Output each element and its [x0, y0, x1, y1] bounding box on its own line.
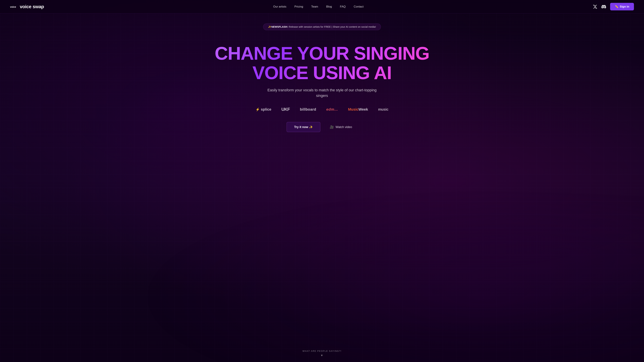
- newsflash-message: Release with session artists for FREE | …: [289, 25, 376, 28]
- nav-right: ✏️ Sign in: [593, 3, 634, 10]
- logo-music-last: music: [378, 107, 388, 112]
- nav-contact[interactable]: Contact: [354, 5, 364, 8]
- logo-edm: edm...: [326, 107, 338, 112]
- watch-label: Watch video: [336, 125, 352, 129]
- splice-text: splice: [261, 107, 271, 112]
- discord-icon[interactable]: [602, 4, 606, 9]
- chevron-down-icon: ▼: [320, 354, 324, 357]
- hero-heading-line1: CHANGE YOUR SINGING: [215, 43, 429, 63]
- nav-pricing[interactable]: Pricing: [294, 5, 303, 8]
- logo-icon: voice: [10, 4, 18, 9]
- nav-blog[interactable]: Blog: [326, 5, 332, 8]
- nav-team[interactable]: Team: [311, 5, 318, 8]
- cta-buttons: Try it now ✨ 🎥 Watch video: [286, 122, 358, 132]
- try-it-now-button[interactable]: Try it now ✨: [286, 122, 320, 132]
- hero-heading: CHANGE YOUR SINGING VOICE USING AI: [215, 43, 429, 82]
- logo-text: voice swap: [20, 4, 44, 9]
- bottom-label: WHAT ARE PEOPLE SAYING?!: [302, 350, 342, 352]
- watch-video-button[interactable]: 🎥 Watch video: [324, 122, 358, 132]
- logo-billboard: billboard: [300, 107, 316, 112]
- svg-text:voice: voice: [10, 5, 16, 8]
- logo-ukf: UKF: [282, 107, 290, 112]
- x-twitter-icon[interactable]: [593, 4, 598, 9]
- splice-icon: ⚡: [256, 107, 260, 111]
- bottom-cta: WHAT ARE PEOPLE SAYING?! ▼: [302, 350, 342, 357]
- logo-bar: ⚡ splice UKF billboard edm... MusicWeek …: [256, 107, 388, 112]
- video-icon: 🎥: [330, 125, 334, 129]
- sign-in-icon: ✏️: [615, 5, 618, 8]
- nav-links: Our artists Pricing Team Blog FAQ Contac…: [273, 5, 364, 8]
- music-text: Music: [348, 107, 358, 111]
- sign-in-button[interactable]: ✏️ Sign in: [610, 3, 634, 10]
- logo[interactable]: voice voice swap: [10, 4, 44, 9]
- main-content: ✨NEWSFLASH: Release with session artists…: [0, 13, 644, 362]
- logo-splice: ⚡ splice: [256, 107, 271, 112]
- week-text: Week: [358, 107, 368, 111]
- nav-faq[interactable]: FAQ: [340, 5, 346, 8]
- try-label: Try it now ✨: [294, 125, 313, 129]
- newsflash-prefix: ✨NEWSFLASH:: [268, 25, 288, 28]
- nav-our-artists[interactable]: Our artists: [273, 5, 286, 8]
- sign-in-label: Sign in: [620, 5, 629, 8]
- hero-subtext: Easily transform your vocals to match th…: [263, 87, 381, 98]
- logo-musicweek: MusicWeek: [348, 107, 368, 112]
- navbar: voice voice swap Our artists Pricing Tea…: [0, 0, 644, 13]
- hero-heading-line2: VOICE USING AI: [252, 62, 392, 83]
- newsflash-banner: ✨NEWSFLASH: Release with session artists…: [263, 23, 381, 30]
